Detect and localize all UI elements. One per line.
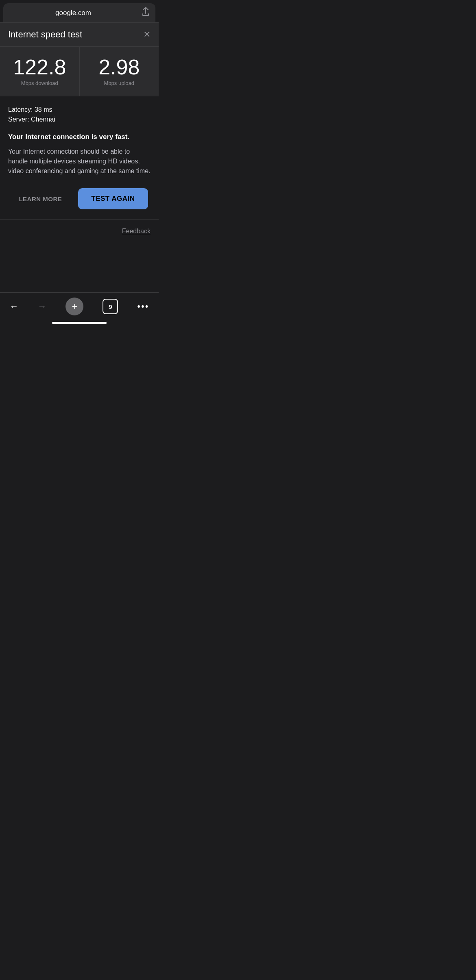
- add-tab-icon: +: [72, 302, 77, 311]
- empty-space: [0, 243, 159, 292]
- result-headline: Your Internet connection is very fast.: [8, 133, 151, 141]
- download-value: 122.8: [8, 56, 71, 78]
- action-buttons: LEARN MORE TEST AGAIN: [8, 188, 151, 209]
- test-again-button[interactable]: TEST AGAIN: [78, 188, 148, 209]
- card-title: Internet speed test: [8, 29, 82, 40]
- feedback-section: Feedback: [0, 219, 159, 243]
- latency-label: Latency:: [8, 106, 33, 113]
- latency-value: 38 ms: [35, 106, 52, 113]
- server-info: Server: Chennai: [8, 116, 151, 123]
- share-icon: [142, 7, 150, 18]
- server-value: Chennai: [31, 116, 55, 123]
- address-bar[interactable]: google.com: [3, 3, 155, 22]
- upload-label: Mbps upload: [88, 80, 151, 86]
- speed-test-card: Internet speed test ✕ 122.8 Mbps downloa…: [0, 22, 159, 219]
- tabs-count: 9: [109, 303, 112, 310]
- result-description: Your Internet connection should be able …: [8, 147, 151, 176]
- latency-info: Latency: 38 ms: [8, 106, 151, 113]
- upload-value: 2.98: [88, 56, 151, 78]
- feedback-link[interactable]: Feedback: [122, 228, 151, 235]
- details-section: Latency: 38 ms Server: Chennai Your Inte…: [0, 96, 159, 219]
- back-button[interactable]: ←: [9, 301, 18, 312]
- share-button[interactable]: [142, 7, 150, 18]
- back-icon: ←: [9, 301, 18, 312]
- learn-more-button[interactable]: LEARN MORE: [11, 190, 70, 208]
- tabs-button[interactable]: 9: [103, 299, 118, 314]
- download-label: Mbps download: [8, 80, 71, 86]
- more-icon: •••: [137, 301, 149, 312]
- home-indicator: [0, 319, 159, 327]
- card-header: Internet speed test ✕: [0, 23, 159, 47]
- server-label: Server:: [8, 116, 29, 123]
- speed-metrics: 122.8 Mbps download 2.98 Mbps upload: [0, 47, 159, 96]
- url-text: google.com: [9, 9, 138, 17]
- download-metric: 122.8 Mbps download: [0, 47, 80, 96]
- new-tab-button[interactable]: +: [66, 298, 83, 315]
- upload-metric: 2.98 Mbps upload: [80, 47, 159, 96]
- home-bar: [52, 322, 107, 324]
- close-button[interactable]: ✕: [143, 30, 151, 39]
- more-button[interactable]: •••: [137, 301, 149, 312]
- forward-button[interactable]: →: [37, 301, 46, 312]
- browser-toolbar: ← → + 9 •••: [0, 292, 159, 319]
- forward-icon: →: [37, 301, 46, 312]
